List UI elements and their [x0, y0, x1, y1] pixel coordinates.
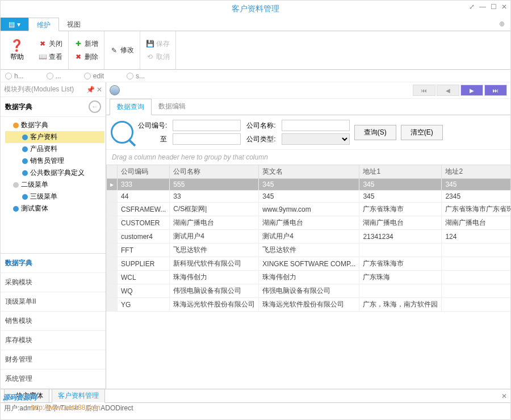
input-company-no[interactable] — [173, 120, 241, 131]
mini-item[interactable]: s... — [127, 72, 145, 80]
cell: 测试用户4 — [259, 230, 359, 243]
bottom-close-icon[interactable]: ✕ — [501, 392, 507, 400]
save-button: 💾保存 — [144, 38, 172, 50]
ribbon-tab-maintain[interactable]: 维护 — [28, 18, 59, 31]
col-header[interactable]: 公司编码 — [118, 165, 170, 179]
accordion-item[interactable]: 采购模块 — [1, 273, 106, 292]
cell: C/S框架网| — [170, 203, 259, 216]
table-row[interactable]: YG珠海远光软件股份有限公司珠海远光软件股份有限公司广东，珠海，南方软件园 — [107, 298, 511, 312]
globe-icon[interactable] — [110, 85, 120, 95]
cell — [442, 271, 510, 284]
sub-tabs: 数据查询 数据编辑 — [106, 99, 510, 115]
tree-label: 公共数据字典定义 — [30, 168, 85, 178]
cell: 广东珠海 — [359, 271, 442, 284]
clear-button[interactable]: 清空(E) — [401, 125, 443, 140]
ribbon-group-file: ✖关闭 📖查看 — [33, 31, 69, 69]
table-row[interactable]: WQ伟强电脑设备有限公司伟强电脑设备有限公司 — [107, 284, 511, 298]
tree-label: 销售员管理 — [30, 156, 64, 166]
input-to[interactable] — [173, 133, 241, 145]
accordion: 数据字典采购模块顶级菜单II销售模块库存模块财务管理系统管理 — [1, 253, 106, 389]
pager-last[interactable]: ⏭ — [484, 85, 507, 96]
tree-item[interactable]: 销售员管理 — [5, 155, 104, 167]
cell: 广东省珠海市 — [359, 257, 442, 271]
ribbon-file-tab[interactable]: ▤▾ — [1, 18, 28, 31]
mini-item[interactable]: ... — [47, 72, 61, 80]
subtab-query[interactable]: 数据查询 — [110, 99, 152, 115]
close-x-icon: ✖ — [39, 40, 47, 48]
tree-item[interactable]: 二级菜单 — [5, 179, 104, 191]
tree-item[interactable]: 产品资料 — [5, 143, 104, 155]
add-button[interactable]: ✚新增 — [72, 38, 100, 50]
cell: 广东，珠海，南方软件园 — [359, 298, 442, 312]
table-row[interactable]: WCL珠海伟创力珠海伟创力广东珠海 — [107, 271, 511, 284]
col-header[interactable]: 公司名称 — [170, 165, 259, 179]
bottom-tab[interactable]: ...块主窗体 — [4, 389, 49, 403]
edit-button[interactable]: ✎修改 — [108, 44, 136, 56]
pencil-icon: ✎ — [110, 47, 118, 54]
accordion-item[interactable]: 财务管理 — [1, 350, 106, 369]
pager: ⏮ ◀ ▶ ⏭ — [413, 85, 507, 96]
tree-item[interactable]: 公共数据字典定义 — [5, 167, 104, 179]
accordion-item[interactable]: 销售模块 — [1, 312, 106, 331]
help-icon[interactable]: ❓ — [10, 39, 24, 52]
cell: 345 — [259, 191, 359, 203]
ribbon-expand-icon[interactable]: ⊕ — [493, 18, 510, 31]
row-indicator — [107, 216, 118, 230]
label-company-no: 公司编号: — [138, 121, 167, 131]
pin-icon[interactable]: 📌 ✕ — [86, 86, 102, 94]
mini-item[interactable]: h... — [5, 72, 24, 80]
pager-next[interactable]: ▶ — [460, 85, 483, 96]
ribbon-tab-view[interactable]: 视图 — [59, 18, 89, 31]
subtab-edit[interactable]: 数据编辑 — [152, 99, 192, 115]
col-header[interactable]: 地址2 — [442, 165, 510, 179]
ribbon-body: ❓ 帮助 ✖关闭 📖查看 ✚新增 ✖删除 ✎修改 💾保存 ⟲取消 — [1, 31, 510, 70]
table-row[interactable]: ▸333555345345345345 — [107, 179, 511, 191]
group-hint: Drag a column header here to group by th… — [106, 150, 510, 165]
accordion-item[interactable]: 系统管理 — [1, 369, 106, 389]
col-header[interactable]: 地址1 — [359, 165, 442, 179]
bottom-tab-active[interactable]: 客户资料管理 — [52, 389, 105, 403]
cell: YG — [118, 298, 170, 312]
minimize-icon[interactable]: — — [479, 3, 486, 11]
status-login: 登录:Ticket — [45, 404, 78, 413]
input-company-name[interactable] — [282, 120, 350, 131]
cell: 345 — [359, 179, 442, 191]
cell: FFT — [118, 243, 170, 257]
accordion-item[interactable]: 库存模块 — [1, 331, 106, 350]
select-company-type[interactable] — [282, 133, 350, 145]
table-row[interactable]: SUPPLIER新科现代软件有限公司XINGKE SOFTWARE COMP..… — [107, 257, 511, 271]
accordion-item[interactable]: 数据字典 — [1, 254, 106, 273]
tree-label: 测试窗体 — [21, 204, 48, 213]
view-button[interactable]: 📖查看 — [36, 51, 65, 63]
pager-prev[interactable]: ◀ — [437, 85, 459, 96]
col-header[interactable]: 英文名 — [259, 165, 359, 179]
cell: 湖南广播电台 — [442, 216, 510, 230]
delete-button[interactable]: ✖删除 — [72, 51, 100, 63]
data-grid[interactable]: 公司编码公司名称英文名地址1地址2地址3▸3335553453453453454… — [106, 165, 510, 389]
table-row[interactable]: 443334534523452345 — [107, 191, 511, 203]
tree-item[interactable]: 客户资料 — [5, 131, 104, 143]
tree-item[interactable]: 测试窗体 — [5, 203, 104, 215]
tree-item[interactable]: 数据字典 — [5, 119, 104, 131]
table-row[interactable]: CSFRAMEW...C/S框架网|www.9ymw.com广东省珠海市广东省珠… — [107, 203, 511, 216]
cell: 珠海远光软件股份有限公司 — [259, 298, 359, 312]
table-row[interactable]: CUSTOMER湖南广播电台湖南广播电台湖南广播电台湖南广播电台湖南广播电 — [107, 216, 511, 230]
cell: 湖南广播电台 — [170, 216, 259, 230]
cell: 伟强电脑设备有限公司 — [259, 284, 359, 298]
ribbon-group-edit1: ✚新增 ✖删除 — [69, 31, 104, 69]
pager-first[interactable]: ⏮ — [413, 85, 435, 96]
row-indicator — [107, 298, 118, 312]
tree-label: 客户资料 — [30, 132, 57, 142]
close-button[interactable]: ✖关闭 — [36, 38, 65, 50]
table-row[interactable]: customer4测试用户4测试用户4213412341241234 — [107, 230, 511, 243]
accordion-item[interactable]: 顶级菜单II — [1, 292, 106, 312]
cell: 飞思达软件 — [259, 243, 359, 257]
compact-icon[interactable]: ⤢ — [469, 3, 475, 11]
back-icon[interactable]: ← — [89, 100, 101, 113]
tree-item[interactable]: 三级菜单 — [5, 191, 104, 203]
search-button[interactable]: 查询(S) — [354, 125, 396, 140]
mini-item[interactable]: edit — [84, 72, 104, 80]
close-icon[interactable]: ✕ — [501, 3, 507, 11]
table-row[interactable]: FFT飞思达软件飞思达软件 — [107, 243, 511, 257]
maximize-icon[interactable]: ☐ — [491, 3, 497, 11]
